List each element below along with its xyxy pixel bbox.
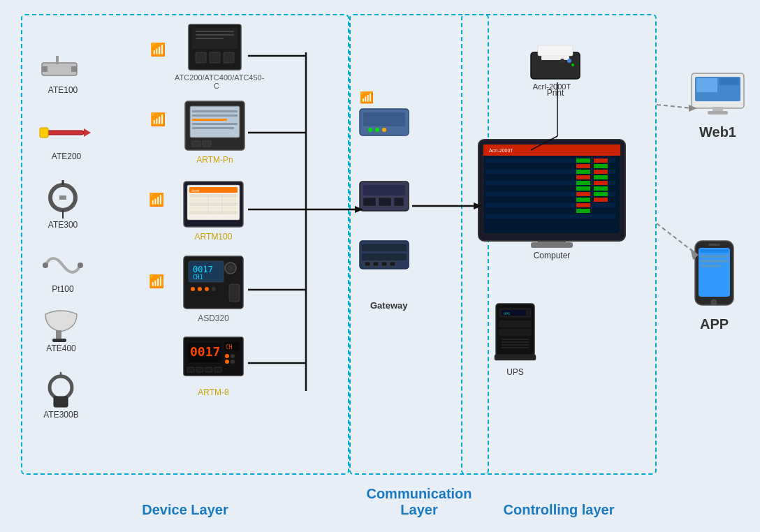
gateway-label: Gateway xyxy=(370,300,407,311)
pt100-icon xyxy=(38,248,87,283)
svg-line-166 xyxy=(657,223,693,251)
svg-rect-145 xyxy=(708,111,728,114)
ate300-label: ATE300 xyxy=(48,220,78,230)
ate100-item: ATE100 xyxy=(38,52,87,95)
artm8-item: 0017 CH ARTM-8 xyxy=(180,334,247,397)
svg-point-53 xyxy=(198,287,202,291)
svg-rect-1 xyxy=(42,66,48,72)
app-phone-icon xyxy=(692,237,737,311)
computer-monitor-icon: AcrI-2000T xyxy=(475,136,629,251)
svg-rect-84 xyxy=(373,262,379,266)
svg-text:Acrel: Acrel xyxy=(191,189,199,193)
svg-rect-14 xyxy=(52,339,66,342)
svg-rect-128 xyxy=(594,198,608,202)
svg-rect-111 xyxy=(576,158,590,163)
svg-rect-112 xyxy=(576,164,590,168)
svg-point-74 xyxy=(382,128,386,132)
svg-rect-135 xyxy=(502,339,529,340)
ups-label: UPS xyxy=(489,367,541,377)
artm8-device-icon: 0017 CH xyxy=(180,334,247,386)
svg-rect-150 xyxy=(700,260,729,263)
svg-rect-21 xyxy=(210,52,220,63)
svg-rect-127 xyxy=(594,192,608,196)
web1-computer-icon xyxy=(688,70,747,119)
svg-rect-108 xyxy=(485,209,615,213)
svg-rect-28 xyxy=(192,110,238,112)
device-layer-label: Device Layer xyxy=(21,502,349,518)
svg-rect-139 xyxy=(495,355,536,360)
svg-rect-85 xyxy=(381,262,387,266)
asd320-label: ASD320 xyxy=(198,313,229,323)
ate300-item: ATE300 xyxy=(38,180,87,230)
ups-icon: UPS xyxy=(489,300,541,363)
svg-text:CH: CH xyxy=(226,344,233,350)
atc200-item: 📶 ATC200/ATC400/ATC450-C xyxy=(175,21,258,90)
ups-item: UPS UPS xyxy=(489,300,541,377)
svg-point-15 xyxy=(50,376,72,399)
svg-point-91 xyxy=(560,59,564,63)
svg-rect-24 xyxy=(196,34,234,36)
svg-rect-20 xyxy=(196,52,206,63)
svg-rect-79 xyxy=(394,198,404,206)
svg-rect-107 xyxy=(485,203,615,207)
svg-point-73 xyxy=(375,128,379,132)
svg-point-64 xyxy=(225,360,229,364)
ate300b-icon xyxy=(35,370,87,408)
svg-rect-2 xyxy=(71,66,77,72)
ate400-item: ATE400 xyxy=(35,304,87,353)
ate300b-label: ATE300B xyxy=(43,410,78,420)
svg-point-55 xyxy=(212,287,216,291)
ate100-icon xyxy=(38,52,87,84)
artm100-item: 📶 Acrel ARTM100 xyxy=(180,178,247,242)
svg-rect-119 xyxy=(576,203,590,207)
svg-rect-25 xyxy=(196,38,224,39)
svg-rect-122 xyxy=(594,164,608,168)
svg-point-51 xyxy=(228,265,233,271)
svg-rect-114 xyxy=(576,175,590,179)
gateway-top-device: 📶 xyxy=(356,91,412,143)
gateway-middle-device xyxy=(356,178,412,219)
svg-rect-29 xyxy=(192,114,238,117)
svg-rect-34 xyxy=(203,141,211,147)
svg-rect-151 xyxy=(700,265,721,267)
web1-label: Web1 xyxy=(688,124,747,140)
svg-rect-42 xyxy=(189,207,238,210)
svg-rect-109 xyxy=(485,214,615,219)
svg-rect-66 xyxy=(187,367,194,372)
svg-rect-118 xyxy=(576,198,590,202)
artm100-label: ARTM100 xyxy=(195,232,233,242)
svg-rect-142 xyxy=(696,78,717,92)
svg-rect-10 xyxy=(59,195,66,200)
svg-rect-88 xyxy=(538,45,573,56)
svg-rect-67 xyxy=(196,367,203,372)
gateway-wifi: 📶 xyxy=(360,91,412,104)
svg-point-90 xyxy=(567,59,571,63)
ate100-label: ATE100 xyxy=(48,85,78,95)
svg-rect-153 xyxy=(708,244,720,246)
artmpn-wifi: 📶 xyxy=(150,112,166,127)
atc200-label: ATC200/ATC400/ATC450-C xyxy=(175,73,258,90)
svg-rect-136 xyxy=(502,341,529,343)
printer-icon xyxy=(527,38,583,84)
svg-rect-32 xyxy=(192,127,234,129)
artm100-wifi: 📶 xyxy=(149,192,164,207)
atc200-device-icon xyxy=(182,21,251,77)
svg-rect-94 xyxy=(531,242,573,248)
svg-point-92 xyxy=(571,64,574,66)
svg-rect-31 xyxy=(192,123,238,125)
gateway-device3-icon xyxy=(356,237,412,276)
svg-point-11 xyxy=(43,263,48,268)
artm100-device-icon: Acrel xyxy=(180,178,247,234)
svg-point-63 xyxy=(231,354,235,358)
svg-rect-115 xyxy=(576,181,590,185)
svg-rect-40 xyxy=(189,198,238,202)
svg-rect-116 xyxy=(576,186,590,191)
svg-line-164 xyxy=(657,105,692,108)
ate400-label: ATE400 xyxy=(46,343,75,353)
computer-item: AcrI-2000T xyxy=(475,136,629,260)
svg-rect-68 xyxy=(205,367,212,372)
svg-rect-89 xyxy=(541,56,569,60)
asd320-device-icon: 0017 CH1 xyxy=(180,253,247,316)
ate200-label: ATE200 xyxy=(52,152,81,161)
svg-rect-121 xyxy=(594,158,608,163)
